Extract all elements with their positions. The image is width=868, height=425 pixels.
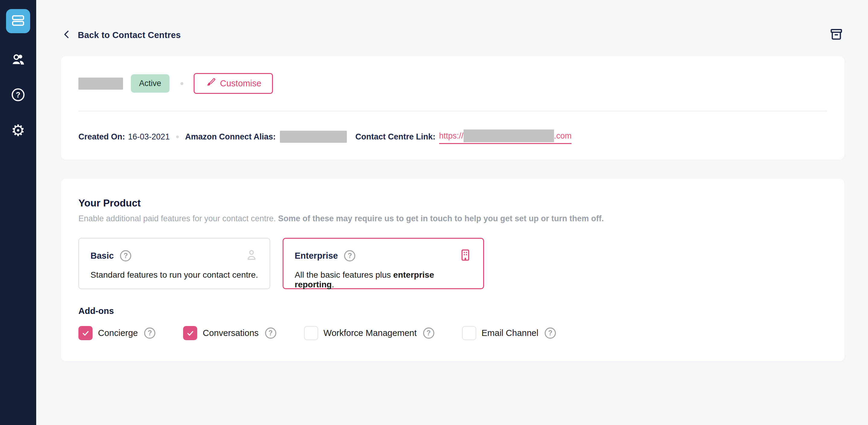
archive-button[interactable] [828,27,844,43]
plan-enterprise-desc-prefix: All the basic features plus [294,270,393,280]
addons-row: Concierge Conversations Workforce Manage… [79,326,827,340]
summary-divider [79,111,827,111]
sidebar: ? ⚙ [0,0,36,425]
sidebar-item-help[interactable]: ? [10,88,26,103]
alias-redacted [280,131,347,143]
plan-enterprise-name: Enterprise [294,251,338,261]
dot-separator [176,136,179,138]
addon-label: Workforce Management [323,328,417,338]
product-section-title: Your Product [79,197,827,209]
sidebar-item-settings[interactable]: ⚙ [10,122,26,138]
question-circle-icon[interactable] [545,328,556,339]
question-circle-icon[interactable] [423,328,434,339]
users-icon [10,52,26,68]
help-icon: ? [10,87,26,104]
back-link-label[interactable]: Back to Contact Centres [78,30,181,40]
plan-basic-head: Basic [91,248,258,263]
page-header: Back to Contact Centres [61,27,844,44]
created-on-value: 16-03-2021 [128,132,170,142]
question-circle-icon[interactable] [120,250,131,261]
status-badge: Active [131,74,169,93]
customise-button[interactable]: Customise [194,73,273,94]
back-button[interactable] [61,29,73,41]
link-suffix: .com [554,131,572,141]
contact-centre-summary-card: Active Customise Created On: 16-03-2021 … [61,56,844,160]
checkbox[interactable] [183,326,197,340]
contact-centre-link[interactable]: https:// .com [439,130,572,144]
alias-label: Amazon Connect Alias: [185,132,276,142]
question-circle-icon[interactable] [265,328,276,339]
addon-email-channel[interactable]: Email Channel [462,326,556,340]
plan-enterprise-head: Enterprise [294,248,472,263]
plan-card-basic[interactable]: Basic Standard features to run your cont… [79,238,270,289]
addon-label: Email Channel [482,328,539,338]
plan-enterprise-description: All the basic features plus enterprise r… [294,270,472,289]
plans-row: Basic Standard features to run your cont… [79,238,827,289]
product-section-description: Enable additional paid features for your… [79,214,827,223]
checkbox[interactable] [304,326,318,340]
product-description-bold: Some of these may require us to get in t… [278,214,604,223]
question-circle-icon[interactable] [344,250,355,261]
plan-basic-description: Standard features to run your contact ce… [91,270,258,280]
summary-meta-row: Created On: 16-03-2021 Amazon Connect Al… [79,130,827,144]
checkbox[interactable] [79,326,93,340]
addon-conversations[interactable]: Conversations [183,326,276,340]
sidebar-item-users[interactable] [10,53,26,68]
question-circle-icon[interactable] [144,328,155,339]
svg-text:?: ? [16,90,20,99]
plan-card-enterprise[interactable]: Enterprise All the basic features [283,238,484,289]
addon-label: Concierge [98,328,138,338]
chevron-left-icon [62,29,72,41]
link-prefix: https:// [439,131,464,141]
addon-concierge[interactable]: Concierge [79,326,155,340]
server-icon [11,13,25,29]
customise-button-label: Customise [220,79,261,88]
addon-label: Conversations [203,328,258,338]
addon-workforce-management[interactable]: Workforce Management [304,326,434,340]
link-label: Contact Centre Link: [355,132,435,142]
dot-separator [180,82,183,85]
checkbox[interactable] [462,326,476,340]
your-product-card: Your Product Enable additional paid feat… [61,179,844,361]
person-icon [245,248,258,263]
link-redacted [464,130,554,142]
created-on-label: Created On: [79,132,125,142]
paintbrush-icon [205,77,215,90]
gear-icon: ⚙ [11,122,25,138]
product-description-normal: Enable additional paid features for your… [79,214,278,223]
building-icon [459,248,472,263]
plan-basic-name: Basic [91,251,114,261]
contact-centre-name-redacted [79,78,123,90]
archive-icon [829,27,843,42]
sidebar-item-contact-centres[interactable] [6,9,30,33]
plan-enterprise-desc-suffix: . [332,280,334,289]
summary-title-row: Active Customise [79,73,827,94]
main-content: Back to Contact Centres Active [36,0,868,425]
addons-title: Add-ons [79,306,827,316]
